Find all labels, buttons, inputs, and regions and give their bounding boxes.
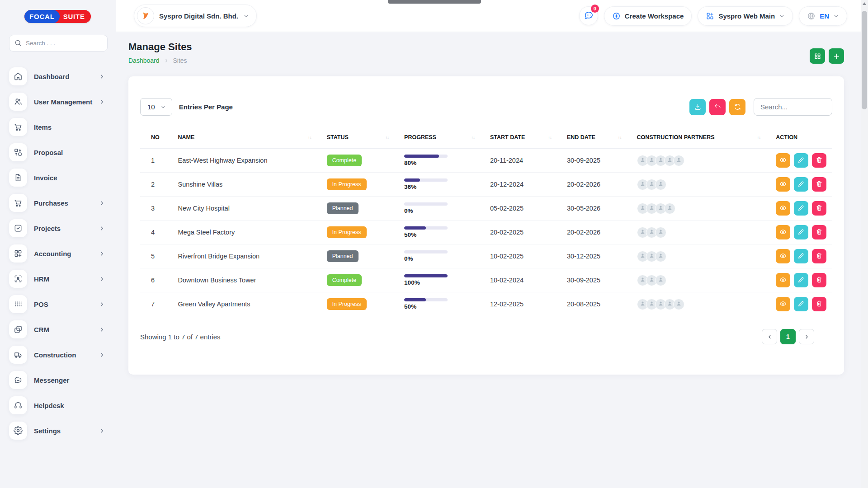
sidebar-item-pos[interactable]: POS <box>9 295 108 313</box>
entries-per-page-select[interactable]: 10 <box>140 98 172 116</box>
column-header-start-date[interactable]: START DATE↑↓ <box>486 127 562 149</box>
create-workspace-button[interactable]: Create Workspace <box>604 6 692 26</box>
sidebar-item-accounting[interactable]: Accounting <box>9 244 108 263</box>
workspace-selector[interactable]: Syspro Web Main <box>698 6 793 26</box>
sort-icon[interactable]: ↑↓ <box>385 135 389 140</box>
sidebar-item-proposal[interactable]: Proposal <box>9 143 108 161</box>
view-button[interactable] <box>776 201 790 216</box>
sort-icon[interactable]: ↑↓ <box>548 135 552 140</box>
partner-avatar[interactable] <box>655 227 666 238</box>
browser-scrollbar[interactable] <box>861 0 868 488</box>
cart-icon <box>9 194 27 212</box>
person-icon <box>639 156 646 164</box>
view-button[interactable] <box>776 249 790 263</box>
view-button[interactable] <box>776 273 790 287</box>
search-icon <box>14 39 22 47</box>
progress-bar <box>404 226 448 230</box>
undo-button[interactable] <box>709 99 726 115</box>
sidebar-item-label: Construction <box>34 351 76 359</box>
sidebar-item-purchases[interactable]: Purchases <box>9 194 108 212</box>
person-icon <box>657 228 664 236</box>
cell-progress: 50% <box>400 221 486 244</box>
delete-button[interactable] <box>812 153 826 168</box>
sort-icon[interactable]: ↑↓ <box>471 135 475 140</box>
status-badge: In Progress <box>327 226 367 238</box>
edit-button[interactable] <box>794 177 808 192</box>
sidebar-item-hrm[interactable]: HRM <box>9 270 108 288</box>
user-scan-icon <box>9 270 27 288</box>
sidebar-item-settings[interactable]: Settings <box>9 422 108 440</box>
column-header-progress[interactable]: PROGRESS↑↓ <box>400 127 486 149</box>
cell-partners <box>632 221 772 244</box>
cart-icon <box>9 118 27 136</box>
partner-avatar[interactable] <box>673 155 684 166</box>
page-1-button[interactable]: 1 <box>780 329 796 344</box>
chevron-down-icon <box>833 13 839 19</box>
sort-icon[interactable]: ↑↓ <box>618 135 622 140</box>
window-notch <box>388 0 481 4</box>
column-label: NO <box>151 134 160 141</box>
person-icon <box>639 252 646 260</box>
person-icon <box>657 204 664 212</box>
next-page-button[interactable] <box>799 329 814 344</box>
grid-view-button[interactable] <box>810 48 825 64</box>
sort-icon[interactable]: ↑↓ <box>308 135 311 140</box>
edit-button[interactable] <box>794 201 808 216</box>
edit-button[interactable] <box>794 153 808 168</box>
pencil-icon <box>797 276 805 285</box>
sidebar-item-items[interactable]: Items <box>9 118 108 136</box>
edit-button[interactable] <box>794 297 808 311</box>
table-search-input[interactable] <box>754 98 832 116</box>
partner-avatar[interactable] <box>673 299 684 310</box>
partner-avatar[interactable] <box>655 251 666 262</box>
partner-avatar[interactable] <box>655 179 666 190</box>
delete-button[interactable] <box>812 201 826 216</box>
trash-icon <box>816 300 823 309</box>
chevron-right-icon <box>164 58 169 63</box>
sidebar-item-user-management[interactable]: User Management <box>9 93 108 111</box>
sidebar-item-crm[interactable]: CRM <box>9 320 108 338</box>
sidebar-item-dashboard[interactable]: Dashboard <box>9 67 108 85</box>
cell-end-date: 30-12-2025 <box>562 244 632 268</box>
partner-avatar[interactable] <box>655 275 666 286</box>
sidebar-item-construction[interactable]: Construction <box>9 346 108 364</box>
edit-button[interactable] <box>794 273 808 287</box>
refresh-button[interactable] <box>729 99 745 115</box>
delete-button[interactable] <box>812 273 826 287</box>
messages-button[interactable]: 0 <box>579 6 598 25</box>
column-header-construction-partners[interactable]: CONSTRUCTION PARTNERS↑↓ <box>632 127 772 149</box>
pencil-icon <box>797 228 805 237</box>
sidebar-item-invoice[interactable]: Invoice <box>9 169 108 187</box>
delete-button[interactable] <box>812 297 826 311</box>
view-button[interactable] <box>776 177 790 192</box>
prev-page-button[interactable] <box>762 329 777 344</box>
scrollbar-thumb[interactable] <box>862 11 867 109</box>
company-selector[interactable]: Syspro Digital Sdn. Bhd. <box>134 5 257 27</box>
column-header-name[interactable]: NAME↑↓ <box>173 127 322 149</box>
column-header-end-date[interactable]: END DATE↑↓ <box>562 127 632 149</box>
sort-icon[interactable]: ↑↓ <box>757 135 760 140</box>
view-button[interactable] <box>776 225 790 239</box>
column-header-status[interactable]: STATUS↑↓ <box>322 127 400 149</box>
sidebar-item-helpdesk[interactable]: Helpdesk <box>9 396 108 414</box>
cell-action <box>771 292 832 316</box>
delete-button[interactable] <box>812 249 826 263</box>
add-site-button[interactable] <box>829 48 844 64</box>
language-selector[interactable]: EN <box>799 6 847 26</box>
sidebar-search-input[interactable] <box>9 35 108 52</box>
progress-percent: 0% <box>404 255 481 262</box>
delete-button[interactable] <box>812 225 826 239</box>
sidebar-item-projects[interactable]: Projects <box>9 219 108 237</box>
table-row: 6Downtown Business TowerComplete100%10-0… <box>140 268 832 292</box>
partner-avatar[interactable] <box>664 203 675 214</box>
headset-icon <box>9 396 27 414</box>
delete-button[interactable] <box>812 177 826 192</box>
edit-button[interactable] <box>794 225 808 239</box>
view-button[interactable] <box>776 297 790 311</box>
scroll-up-arrow-icon[interactable] <box>863 2 866 5</box>
export-button[interactable] <box>689 99 706 115</box>
view-button[interactable] <box>776 153 790 168</box>
sidebar-item-messenger[interactable]: Messenger <box>9 371 108 389</box>
edit-button[interactable] <box>794 249 808 263</box>
breadcrumb-dashboard-link[interactable]: Dashboard <box>128 57 160 64</box>
